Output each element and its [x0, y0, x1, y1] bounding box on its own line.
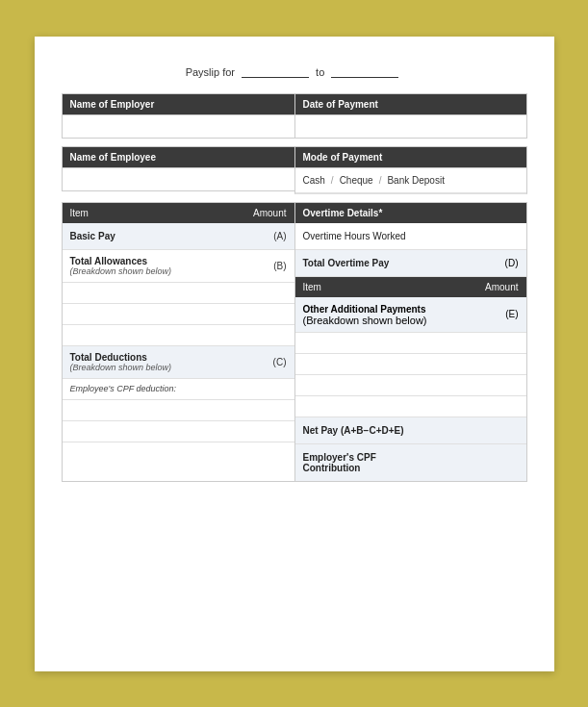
payslip-header: Payslip for to: [62, 65, 527, 78]
overtime-hours-label: Overtime Hours Worked: [303, 231, 461, 241]
employee-name-header: Name of Employee: [62, 146, 294, 168]
deductions-code: (C): [210, 357, 287, 367]
employer-name-header: Name of Employer: [62, 93, 294, 115]
employer-name-value[interactable]: [62, 115, 294, 139]
divider1: /: [331, 175, 334, 186]
other-additional-label: Other Additional Payments (Breakdown sho…: [303, 303, 461, 326]
left-col-header: Item Amount: [63, 203, 294, 223]
deduction-row-3: [63, 442, 294, 464]
overtime-pay-code: (D): [461, 258, 519, 268]
total-deductions-row: Total Deductions (Breakdown shown below)…: [63, 346, 294, 379]
mode-payment-header: Mode of Payment: [294, 146, 527, 168]
date-payment-value[interactable]: [294, 115, 527, 139]
right-column: Overtime Details* Overtime Hours Worked …: [294, 202, 527, 482]
additional-row-1: [295, 333, 526, 354]
item-col-header: Item: [70, 208, 210, 218]
cheque-option[interactable]: Cheque: [340, 175, 373, 186]
overtime-pay-label: Total Overtime Pay: [303, 258, 461, 268]
payslip-page: Payslip for to Name of Employer Date of …: [35, 37, 554, 671]
additional-row-4: [295, 396, 526, 417]
amount-col-header: Amount: [210, 208, 287, 218]
left-column: Item Amount Basic Pay (A) Total Allowanc…: [62, 202, 294, 482]
allowances-label: Total Allowances (Breakdown shown below): [70, 256, 210, 276]
employer-date-section: Name of Employer Date of Payment: [62, 93, 527, 115]
total-overtime-pay-row: Total Overtime Pay (D): [295, 250, 526, 277]
date-payment-header: Date of Payment: [294, 93, 527, 115]
basic-pay-label: Basic Pay: [70, 231, 210, 241]
additional-col-header: Item Amount: [295, 277, 526, 297]
deductions-label: Total Deductions (Breakdown shown below): [70, 352, 210, 372]
allowance-row-2: [63, 304, 294, 325]
additional-row-2: [295, 354, 526, 375]
allowance-row-1: [63, 283, 294, 304]
basic-pay-code: (A): [210, 231, 287, 241]
net-pay-label: Net Pay (A+B−C+D+E): [303, 425, 461, 436]
add-amount-header: Amount: [461, 282, 519, 292]
main-content: Item Amount Basic Pay (A) Total Allowanc…: [62, 202, 527, 482]
employer-cpf-label: Employer's CPF Contribution: [303, 452, 461, 473]
other-additional-row: Other Additional Payments (Breakdown sho…: [295, 297, 526, 333]
other-additional-code: (E): [461, 309, 519, 319]
divider2: /: [379, 175, 382, 186]
basic-pay-row: Basic Pay (A): [63, 223, 294, 250]
overtime-hours-row: Overtime Hours Worked: [295, 223, 526, 250]
add-item-header: Item: [303, 282, 461, 292]
payslip-from-field[interactable]: [242, 65, 309, 78]
employee-name-value[interactable]: [62, 168, 294, 191]
additional-row-3: [295, 375, 526, 396]
employer-cpf-row: Employer's CPF Contribution: [295, 444, 526, 481]
cash-option[interactable]: Cash: [303, 175, 325, 186]
net-pay-row: Net Pay (A+B−C+D+E): [295, 417, 526, 444]
allowance-row-3: [63, 325, 294, 346]
cpf-deduction-row: Employee's CPF deduction:: [63, 379, 294, 400]
bank-deposit-option[interactable]: Bank Deposit: [387, 175, 444, 186]
total-allowances-row: Total Allowances (Breakdown shown below)…: [63, 250, 294, 283]
allowances-code: (B): [210, 261, 287, 271]
deduction-row-1: [63, 400, 294, 421]
deduction-row-2: [63, 421, 294, 442]
mode-options-row: Cash / Cheque / Bank Deposit: [294, 168, 527, 194]
employee-mode-section: Name of Employee Mode of Payment: [62, 146, 527, 168]
mode-payment-options: Cash / Cheque / Bank Deposit: [295, 168, 526, 193]
overtime-header: Overtime Details*: [295, 203, 526, 223]
payslip-for-label: Payslip for: [186, 66, 235, 78]
payslip-to-field[interactable]: [331, 65, 398, 78]
to-label: to: [316, 66, 324, 78]
